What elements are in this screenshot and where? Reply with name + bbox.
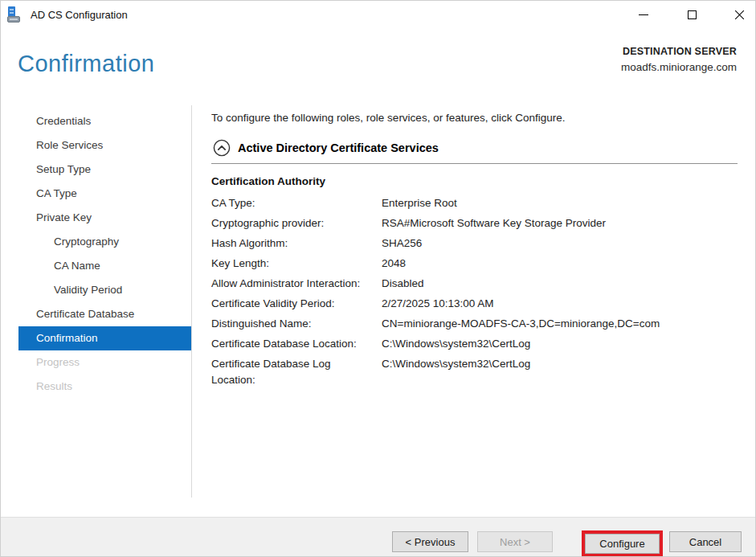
sidebar-item-certificate-database[interactable]: Certificate Database xyxy=(18,302,191,326)
config-row-label: Distinguished Name: xyxy=(211,316,382,332)
footer-bar: < Previous Next > Configure Cancel xyxy=(1,517,755,557)
destination-server-label: DESTINATION SERVER xyxy=(621,46,737,57)
config-row-label: Certificate Database Location: xyxy=(211,336,382,352)
config-row-label: CA Type: xyxy=(211,195,382,211)
config-row: Cryptographic provider: RSA#Microsoft So… xyxy=(211,215,738,235)
sidebar-item-setup-type[interactable]: Setup Type xyxy=(18,158,191,182)
chevron-up-circle-icon[interactable] xyxy=(213,139,231,157)
adcs-configuration-window: AD CS Configuration Confirmation DESTINA… xyxy=(0,0,756,557)
sidebar-item-ca-name[interactable]: CA Name xyxy=(18,254,191,278)
configure-button[interactable]: Configure xyxy=(585,534,660,554)
config-row-label: Allow Administrator Interaction: xyxy=(211,276,382,292)
sidebar-item-validity-period[interactable]: Validity Period xyxy=(18,278,191,302)
close-icon xyxy=(734,10,745,20)
config-row: CA Type: Enterprise Root xyxy=(211,195,738,215)
server-manager-icon xyxy=(7,6,23,23)
config-row: Hash Algorithm: SHA256 xyxy=(211,235,738,256)
config-row-label: Certificate Validity Period: xyxy=(211,296,382,312)
sidebar-item-credentials[interactable]: Credentials xyxy=(18,109,191,133)
sidebar-nav: CredentialsRole ServicesSetup TypeCA Typ… xyxy=(1,109,191,399)
section-divider xyxy=(211,163,738,164)
config-row-label: Hash Algorithm: xyxy=(211,235,382,252)
next-button: Next > xyxy=(477,531,553,552)
config-row-label: Cryptographic provider: xyxy=(211,215,382,231)
config-summary-table: CA Type: Enterprise Root Cryptographic p… xyxy=(211,195,738,388)
destination-server-name: moadfs.miniorange.com xyxy=(621,61,737,73)
minimize-icon xyxy=(639,14,648,15)
window-title: AD CS Configuration xyxy=(31,9,128,21)
config-row-value: Disabled xyxy=(382,276,738,292)
destination-server-block: DESTINATION SERVER moadfs.miniorange.com xyxy=(621,46,737,73)
config-row-value: SHA256 xyxy=(382,235,738,252)
sidebar-item-private-key[interactable]: Private Key xyxy=(18,206,191,230)
config-row: Certificate Database Location: C:\Window… xyxy=(211,336,738,356)
sidebar-separator xyxy=(191,105,192,498)
config-row-value: C:\Windows\system32\CertLog xyxy=(382,336,738,352)
section-header[interactable]: Active Directory Certificate Services xyxy=(213,139,439,157)
config-row-value: CN=miniorange-MOADFS-CA-3,DC=miniorange,… xyxy=(382,316,738,332)
config-row-label: Key Length: xyxy=(211,256,382,272)
config-row: Key Length: 2048 xyxy=(211,256,738,276)
config-row-value: C:\Windows\system32\CertLog xyxy=(382,356,738,372)
red-highlight-annotation: Configure xyxy=(582,530,663,557)
config-row: Certificate Validity Period: 2/27/2025 1… xyxy=(211,296,738,316)
confirmation-content: To configure the following roles, role s… xyxy=(211,112,738,124)
page-title: Confirmation xyxy=(18,51,154,77)
maximize-icon xyxy=(688,10,697,19)
sidebar-item-progress: Progress xyxy=(18,350,191,375)
config-row-value: RSA#Microsoft Software Key Storage Provi… xyxy=(382,215,738,231)
config-row-value: 2/27/2025 10:13:00 AM xyxy=(382,296,738,312)
config-row-value: 2048 xyxy=(382,256,738,272)
sidebar-item-ca-type[interactable]: CA Type xyxy=(18,182,191,206)
group-title: Certification Authority xyxy=(211,175,325,187)
intro-text: To configure the following roles, role s… xyxy=(211,112,738,124)
cancel-button[interactable]: Cancel xyxy=(669,531,742,552)
sidebar-item-results: Results xyxy=(18,375,191,399)
config-row-label: Certificate Database Log Location: xyxy=(211,356,382,388)
previous-button[interactable]: < Previous xyxy=(392,531,468,552)
sidebar-item-cryptography[interactable]: Cryptography xyxy=(18,230,191,254)
close-button[interactable] xyxy=(721,1,756,28)
sidebar-item-role-services[interactable]: Role Services xyxy=(18,133,191,158)
config-row-value: Enterprise Root xyxy=(382,195,738,211)
config-row: Distinguished Name: CN=miniorange-MOADFS… xyxy=(211,316,738,336)
minimize-button[interactable] xyxy=(626,1,661,28)
config-row: Allow Administrator Interaction: Disable… xyxy=(211,276,738,296)
sidebar-item-confirmation[interactable]: Confirmation xyxy=(18,326,191,350)
section-title: Active Directory Certificate Services xyxy=(238,141,439,154)
config-row: Certificate Database Log Location: C:\Wi… xyxy=(211,356,738,388)
maximize-button[interactable] xyxy=(674,1,709,28)
